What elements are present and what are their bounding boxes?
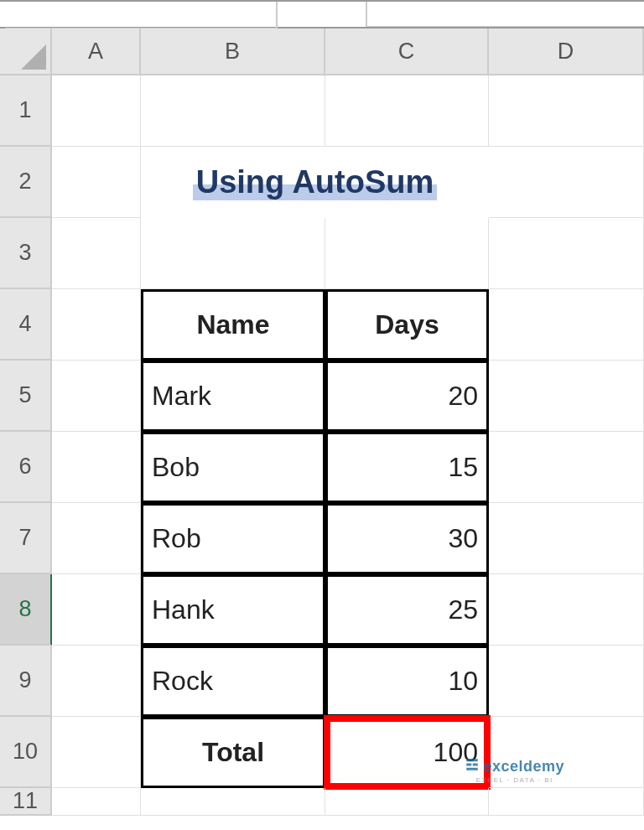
cell-D1[interactable] xyxy=(489,75,644,147)
row-header-7[interactable]: 7 xyxy=(0,503,52,574)
days-4[interactable]: 10 xyxy=(325,646,489,717)
cell-A6[interactable] xyxy=(52,432,141,503)
cell-D4[interactable] xyxy=(489,289,644,361)
row-header-11[interactable]: 11 xyxy=(0,788,52,816)
row-header-3[interactable]: 3 xyxy=(0,218,52,289)
days-1[interactable]: 15 xyxy=(325,432,489,503)
cell-D11[interactable] xyxy=(489,788,644,816)
cell-B1[interactable] xyxy=(141,75,325,147)
watermark-icon xyxy=(465,757,480,776)
watermark-tagline: EXCEL · DATA · BI xyxy=(476,776,553,784)
cell-B11[interactable] xyxy=(141,788,325,816)
cell-A4[interactable] xyxy=(52,289,141,361)
watermark: exceldemy EXCEL · DATA · BI xyxy=(465,757,564,784)
cell-C11[interactable] xyxy=(325,788,489,816)
cell-A8[interactable] xyxy=(52,574,141,646)
watermark-brand: exceldemy xyxy=(483,758,564,776)
name-4[interactable]: Rock xyxy=(141,646,325,717)
cell-C3[interactable] xyxy=(325,218,489,289)
cell-A5[interactable] xyxy=(52,361,141,432)
select-all-corner[interactable] xyxy=(0,29,52,75)
header-name[interactable]: Name xyxy=(141,289,325,361)
days-0[interactable]: 20 xyxy=(325,361,489,432)
col-header-B[interactable]: B xyxy=(141,29,325,75)
cell-D6[interactable] xyxy=(489,432,644,503)
row-header-1[interactable]: 1 xyxy=(0,75,52,147)
cell-B3[interactable] xyxy=(141,218,325,289)
formula-input[interactable] xyxy=(366,2,644,27)
name-box[interactable] xyxy=(5,2,278,29)
name-1[interactable]: Bob xyxy=(141,432,325,503)
cell-D5[interactable] xyxy=(489,361,644,432)
cell-D2[interactable] xyxy=(489,147,644,218)
row-header-5[interactable]: 5 xyxy=(0,361,52,432)
col-header-D[interactable]: D xyxy=(489,29,644,75)
row-header-9[interactable]: 9 xyxy=(0,646,52,717)
name-0[interactable]: Mark xyxy=(141,361,325,432)
name-2[interactable]: Rob xyxy=(141,503,325,574)
cell-A11[interactable] xyxy=(52,788,141,816)
title-text: Using AutoSum xyxy=(193,164,438,200)
cell-A1[interactable] xyxy=(52,75,141,147)
row-header-2[interactable]: 2 xyxy=(0,147,52,218)
col-header-C[interactable]: C xyxy=(325,29,489,75)
total-label[interactable]: Total xyxy=(141,717,325,788)
grid: A B C D 1 2 Using AutoSum 3 4 Name Days … xyxy=(0,29,644,816)
cell-A10[interactable] xyxy=(52,717,141,788)
days-3[interactable]: 25 xyxy=(325,574,489,646)
row-header-6[interactable]: 6 xyxy=(0,432,52,503)
col-header-A[interactable]: A xyxy=(52,29,141,75)
row-header-10[interactable]: 10 xyxy=(0,717,52,788)
cell-C1[interactable] xyxy=(325,75,489,147)
title-cell[interactable]: Using AutoSum xyxy=(141,147,489,218)
days-2[interactable]: 30 xyxy=(325,503,489,574)
row-header-4[interactable]: 4 xyxy=(0,289,52,361)
cell-A2[interactable] xyxy=(52,147,141,218)
cell-D7[interactable] xyxy=(489,503,644,574)
cell-A9[interactable] xyxy=(52,646,141,717)
name-3[interactable]: Hank xyxy=(141,574,325,646)
cell-D3[interactable] xyxy=(489,218,644,289)
cell-A7[interactable] xyxy=(52,503,141,574)
cell-A3[interactable] xyxy=(52,218,141,289)
header-days[interactable]: Days xyxy=(325,289,489,361)
cell-D9[interactable] xyxy=(489,646,644,717)
spreadsheet: A B C D 1 2 Using AutoSum 3 4 Name Days … xyxy=(0,0,644,816)
formula-bar xyxy=(0,2,644,29)
cell-D8[interactable] xyxy=(489,574,644,646)
row-header-8[interactable]: 8 xyxy=(0,574,52,646)
